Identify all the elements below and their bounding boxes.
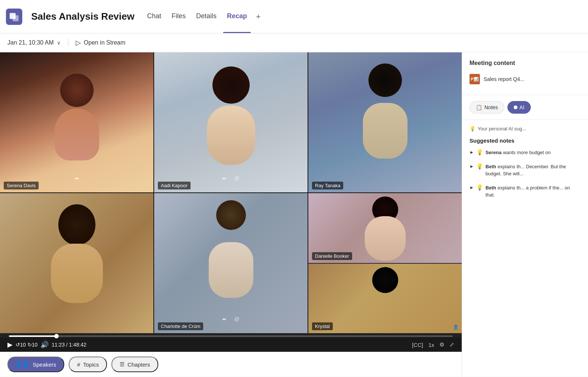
speakers-icon: 👤👤 (16, 361, 30, 368)
note-text-1: Serena wants more budget on (485, 149, 551, 156)
time-display: 11:23 / 1:48:42 (52, 342, 86, 348)
ai-section: 💡 Your personal AI sug... Suggested note… (462, 120, 588, 377)
meeting-content-section: Meeting content P📊 Sales report Q4... (462, 52, 588, 95)
ai-toggle-btn[interactable]: AI (507, 101, 531, 114)
note-item-3[interactable]: ► 💡 Beth explains th... a problem if the… (470, 184, 581, 199)
note-text-2: Beth explains th... December. But the bu… (485, 163, 581, 178)
participant-name-ray: Ray Tanaka (312, 182, 343, 189)
notes-toggle-btn[interactable]: 📋 Notes (470, 101, 504, 114)
cell-icons-charlotte: ⬌ @ (154, 316, 308, 322)
participant-name-krystal: Krystal (312, 322, 333, 330)
play-icon[interactable]: ▶ (7, 341, 13, 349)
participant-video-ray (308, 52, 462, 192)
date-selector[interactable]: Jan 21, 10:30 AM ∨ (7, 39, 61, 46)
rewind-10-icon[interactable]: ↺10 (16, 342, 26, 348)
speakers-icon-krystal: 👤 (453, 324, 459, 330)
subheader: Jan 21, 10:30 AM ∨ ▷ Open in Stream (0, 33, 588, 52)
topics-label: Topics (83, 361, 99, 368)
app-icon (6, 9, 22, 25)
tab-speakers[interactable]: 👤👤 Speakers (7, 357, 64, 372)
chapters-label: Chapters (127, 361, 150, 368)
note-bulb-3: 💡 (476, 184, 483, 191)
meeting-content-item[interactable]: P📊 Sales report Q4... (470, 71, 581, 87)
divider (68, 39, 68, 46)
notes-icon: 📋 (476, 104, 482, 110)
bottom-tabs: 👤👤 Speakers # Topics ☰ Chapters (0, 352, 462, 377)
share-icon: ⬌ (75, 175, 79, 181)
at-icon-aadi: @ (234, 175, 239, 181)
chapters-icon: ☰ (120, 361, 124, 368)
main-content: Serena Davis ⬌ Aadi Kapoor ⬌ @ (0, 52, 588, 377)
progress-dot (54, 334, 59, 338)
right-panel: Meeting content P📊 Sales report Q4... 📋 … (462, 52, 588, 377)
participant-video-charlotte (154, 193, 308, 333)
right-controls: [CC] 1x ⚙ ⤢ (412, 341, 454, 348)
note-text-3: Beth explains th... a problem if the... … (485, 184, 581, 199)
participant-name-aadi: Aadi Kapoor (158, 182, 191, 189)
bulb-icon-small: 💡 (470, 126, 475, 131)
tab-add[interactable]: + (254, 12, 263, 22)
participant-name-danielle: Danielle Booker (312, 252, 352, 260)
stream-icon: ▷ (76, 39, 81, 47)
toggle-section: 📋 Notes AI (462, 95, 588, 120)
chevron-down-icon: ∨ (57, 40, 61, 46)
cc-icon[interactable]: [CC] (412, 342, 423, 348)
controls-row: ▶ ↺10 ↻10 🔊 11:23 / 1:48:42 [CC] 1x ⚙ ⤢ (6, 341, 456, 349)
svg-rect-1 (13, 15, 19, 21)
speakers-label: Speakers (33, 361, 56, 368)
participant-name-serena: Serena Davis (4, 182, 39, 189)
fullscreen-icon[interactable]: ⤢ (449, 341, 454, 348)
topics-icon: # (77, 361, 80, 368)
participant-cell-krystal: Krystal 👤 (308, 264, 462, 334)
video-controls-bar: ▶ ↺10 ↻10 🔊 11:23 / 1:48:42 [CC] 1x ⚙ ⤢ (0, 338, 462, 352)
participant-cell-aadi: Aadi Kapoor ⬌ @ (154, 52, 308, 192)
cell-icons-krystal: 👤 (453, 324, 459, 330)
tab-files[interactable]: Files (168, 0, 189, 33)
note-bulb-1: 💡 (476, 149, 483, 156)
open-in-stream-link[interactable]: ▷ Open in Stream (76, 39, 126, 47)
header: Sales Analysis Review Chat Files Details… (0, 0, 588, 33)
tab-recap[interactable]: Recap (223, 0, 251, 33)
share-icon-aadi: ⬌ (222, 175, 227, 181)
progress-fill (9, 335, 56, 337)
participant-cell-danielle: Danielle Booker (308, 193, 462, 263)
tab-chapters[interactable]: ☰ Chapters (111, 357, 158, 372)
volume-icon[interactable]: 🔊 (40, 341, 49, 349)
file-name: Sales report Q4... (484, 76, 524, 82)
participant-cell-serena: Serena Davis ⬌ (0, 52, 153, 192)
participant-video-serena (0, 52, 153, 192)
date-label: Jan 21, 10:30 AM (7, 39, 54, 46)
participant-cell-right-stack: Danielle Booker Krystal 👤 (308, 193, 462, 333)
nav-tabs: Chat Files Details Recap + (143, 0, 263, 33)
progress-bar-section[interactable] (0, 333, 462, 338)
participant-video-unknown (0, 193, 153, 333)
video-section: Serena Davis ⬌ Aadi Kapoor ⬌ @ (0, 52, 462, 377)
stream-label: Open in Stream (84, 39, 126, 46)
ai-subtitle: 💡 Your personal AI sug... (470, 126, 581, 131)
forward-10-icon[interactable]: ↻10 (27, 342, 38, 348)
participant-cell-charlotte: Charlotte de Crüm ⬌ @ (154, 193, 308, 333)
participant-video-aadi (154, 52, 308, 192)
note-arrow-1: ► (470, 150, 474, 155)
ai-dot-icon (514, 105, 517, 109)
note-bulb-2: 💡 (476, 163, 483, 170)
tab-chat[interactable]: Chat (143, 0, 165, 33)
note-item-2[interactable]: ► 💡 Beth explains th... December. But th… (470, 163, 581, 178)
notes-label: Notes (484, 104, 498, 110)
speed-icon[interactable]: 1x (428, 342, 434, 348)
cell-icons-serena: ⬌ (0, 175, 153, 181)
ppt-icon: P📊 (470, 74, 480, 84)
video-grid: Serena Davis ⬌ Aadi Kapoor ⬌ @ (0, 52, 462, 333)
participant-name-charlotte: Charlotte de Crüm (158, 322, 203, 330)
note-item-1[interactable]: ► 💡 Serena wants more budget on (470, 149, 581, 156)
ai-subtitle-text: Your personal AI sug... (478, 126, 526, 131)
settings-icon[interactable]: ⚙ (439, 341, 444, 348)
tab-details[interactable]: Details (192, 0, 220, 33)
ai-label: AI (520, 104, 524, 110)
cell-icons-aadi: ⬌ @ (154, 175, 308, 181)
progress-bar[interactable] (9, 335, 453, 337)
note-arrow-3: ► (470, 185, 474, 190)
participant-cell-ray: Ray Tanaka (308, 52, 462, 192)
tab-topics[interactable]: # Topics (69, 357, 107, 372)
meeting-content-title: Meeting content (470, 60, 581, 66)
